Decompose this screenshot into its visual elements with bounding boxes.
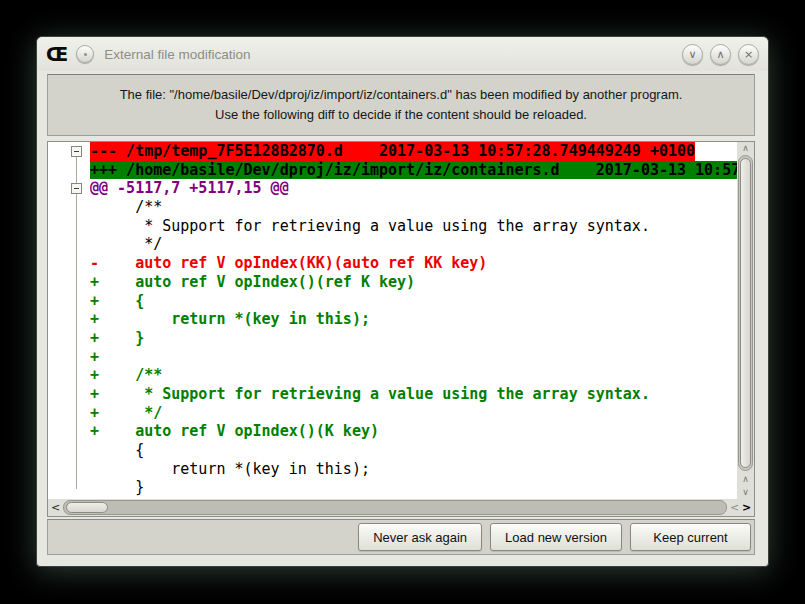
window-controls: ∨ ∧ × xyxy=(682,44,759,65)
horizontal-scrollbar[interactable]: < < > xyxy=(48,499,754,516)
scroll-up-icon[interactable]: ∧ xyxy=(737,473,754,486)
vertical-scrollbar-steppers: ∧ ∨ xyxy=(737,471,754,499)
keep-current-button[interactable]: Keep current xyxy=(630,523,751,551)
fold-tree-line xyxy=(76,151,77,489)
diff-line: return *(key in this); xyxy=(90,460,737,479)
diff-lines: --- /tmp/temp_7F5E128B2870.d 2017-03-13 … xyxy=(90,142,737,499)
scroll-left-icon[interactable]: < xyxy=(49,499,62,516)
diff-content: --- /tmp/temp_7F5E128B2870.d 2017-03-13 … xyxy=(48,142,737,499)
maximize-button[interactable]: ∧ xyxy=(710,44,731,65)
diff-view[interactable]: --- /tmp/temp_7F5E128B2870.d 2017-03-13 … xyxy=(47,141,755,517)
dialog-window: Œ External file modification ∨ ∧ × The f… xyxy=(36,36,769,567)
scroll-right-icon[interactable]: > xyxy=(740,499,753,516)
message-panel: The file: "/home/basile/Dev/dproj/iz/imp… xyxy=(47,74,755,136)
button-bar: Never ask again Load new version Keep cu… xyxy=(47,519,755,555)
diff-line: { xyxy=(90,441,737,460)
diff-line: + return *(key in this); xyxy=(90,310,737,329)
titlebar[interactable]: Œ External file modification ∨ ∧ × xyxy=(37,37,768,71)
pin-button[interactable] xyxy=(76,45,94,63)
fold-collapse-icon[interactable] xyxy=(71,183,82,194)
diff-line: + auto ref V opIndex()(K key) xyxy=(90,422,737,441)
diff-line: + xyxy=(90,348,737,367)
never-ask-again-button[interactable]: Never ask again xyxy=(358,523,482,551)
diff-line: + /** xyxy=(90,366,737,385)
window-title: External file modification xyxy=(104,47,682,62)
diff-line: --- /tmp/temp_7F5E128B2870.d 2017-03-13 … xyxy=(90,142,737,161)
diff-line: + } xyxy=(90,329,737,348)
chevron-up-icon: ∧ xyxy=(716,49,724,60)
diff-line: +++ /home/basile/Dev/dproj/iz/import/iz/… xyxy=(90,161,737,180)
fold-collapse-icon[interactable] xyxy=(71,146,82,157)
diff-line: @@ -5117,7 +5117,15 @@ xyxy=(90,179,737,198)
horizontal-scrollbar-track[interactable] xyxy=(63,500,727,515)
close-icon: × xyxy=(744,49,753,60)
close-button[interactable]: × xyxy=(738,44,759,65)
minimize-button[interactable]: ∨ xyxy=(682,44,703,65)
load-new-version-button[interactable]: Load new version xyxy=(490,523,622,551)
diff-line: - auto ref V opIndex(KK)(auto ref KK key… xyxy=(90,254,737,273)
diff-line: + { xyxy=(90,292,737,311)
fold-gutter[interactable] xyxy=(48,142,90,499)
diff-line: + * Support for retrieving a value using… xyxy=(90,385,737,404)
diff-line: /** xyxy=(90,198,737,217)
pin-icon xyxy=(84,53,87,56)
vertical-scrollbar-thumb[interactable] xyxy=(740,158,751,468)
message-line-1: The file: "/home/basile/Dev/dproj/iz/imp… xyxy=(120,85,683,105)
message-line-2: Use the following diff to decide if the … xyxy=(215,105,587,125)
diff-line: * Support for retrieving a value using t… xyxy=(90,217,737,236)
scroll-down-icon[interactable]: ∨ xyxy=(737,486,754,499)
diff-line: */ xyxy=(90,235,737,254)
vertical-scrollbar[interactable]: ∧ ∧ ∨ xyxy=(737,142,754,499)
diff-line: + auto ref V opIndex()(ref K key) xyxy=(90,273,737,292)
chevron-down-icon: ∨ xyxy=(688,49,696,60)
scroll-up-icon[interactable]: ∧ xyxy=(737,142,754,155)
app-icon: Œ xyxy=(46,45,68,64)
diff-line: } xyxy=(90,478,737,497)
horizontal-scrollbar-thumb[interactable] xyxy=(66,502,108,513)
diff-line: + */ xyxy=(90,404,737,423)
vertical-scrollbar-track[interactable] xyxy=(738,155,753,471)
